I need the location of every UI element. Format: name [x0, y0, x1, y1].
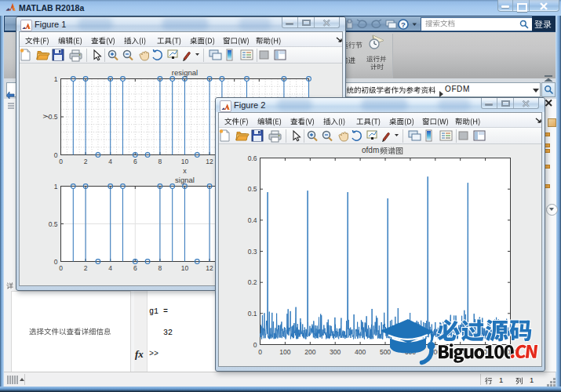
svg-text:100: 100 [279, 348, 290, 356]
svg-text:200: 200 [304, 348, 315, 356]
svg-text:10: 10 [181, 158, 189, 165]
svg-text:0: 0 [59, 264, 63, 272]
svg-text:6: 6 [133, 264, 137, 272]
svg-text:signal: signal [175, 176, 195, 184]
svg-text:0.3: 0.3 [248, 248, 257, 256]
svg-text:2: 2 [84, 158, 88, 165]
svg-text:4: 4 [108, 264, 112, 272]
svg-text:10: 10 [181, 264, 189, 272]
svg-text:4: 4 [108, 158, 112, 165]
svg-text:0.2: 0.2 [248, 278, 257, 286]
svg-text:300: 300 [330, 348, 341, 356]
svg-text:0: 0 [258, 348, 262, 356]
svg-text:6: 6 [133, 158, 137, 165]
svg-text:0.4: 0.4 [248, 216, 257, 224]
svg-text:8: 8 [158, 158, 162, 165]
svg-text:0.5: 0.5 [49, 220, 58, 228]
svg-text:0.5: 0.5 [49, 113, 58, 121]
svg-text:0: 0 [59, 158, 63, 165]
svg-text:0.6: 0.6 [248, 154, 257, 162]
svg-text:y: y [41, 114, 49, 118]
svg-text:0.5: 0.5 [248, 185, 257, 193]
svg-text:0: 0 [253, 341, 257, 349]
svg-text:2: 2 [84, 264, 88, 272]
svg-text:x: x [183, 167, 187, 175]
svg-text:0: 0 [54, 151, 58, 159]
svg-text:1: 1 [54, 75, 58, 83]
svg-text:12: 12 [206, 158, 213, 165]
svg-text:1: 1 [54, 183, 58, 191]
svg-text:8: 8 [158, 264, 162, 272]
svg-text:resignal: resignal [172, 68, 198, 77]
svg-text:?: ? [401, 20, 406, 29]
svg-text:12: 12 [206, 264, 213, 272]
svg-text:0: 0 [54, 258, 58, 266]
svg-text:0.1: 0.1 [248, 310, 257, 318]
